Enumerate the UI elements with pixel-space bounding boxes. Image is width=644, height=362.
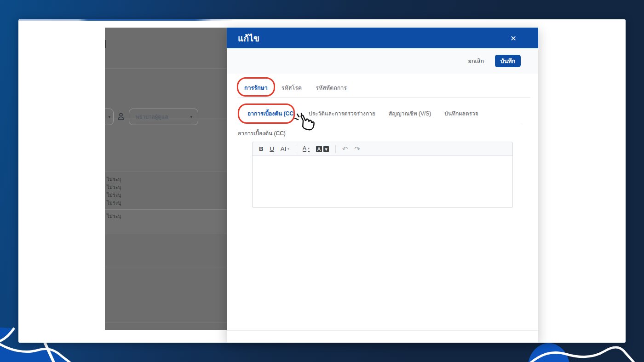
redo-icon[interactable]: ↷ xyxy=(352,144,362,154)
undo-icon[interactable]: ↶ xyxy=(340,144,350,154)
app-window-card: ▾ พยาบาลผู้ดูแล ▾ ไม่ระบุ ไม่ระบุ ไม่ระบ… xyxy=(18,19,626,343)
nurse-person-icon xyxy=(117,112,125,121)
bold-button[interactable]: B xyxy=(257,144,265,153)
rich-text-editor: B U AI▾ A▾ A▾ ↶ ↷ xyxy=(252,142,513,208)
annotation-cc-subtab xyxy=(238,103,295,124)
detail-value: ไม่ระบุ xyxy=(107,176,121,184)
subtab-history-exam[interactable]: ประวัติและการตรวจร่างกาย xyxy=(309,109,375,118)
modal-tabs: การรักษา รหัสโรค รหัสหัตถการ xyxy=(238,78,530,98)
wave-line-bottom-left xyxy=(0,343,70,362)
chevron-down-icon: ▾ xyxy=(108,115,110,119)
chevron-down-icon: ▾ xyxy=(288,147,289,151)
blob-bottom-left xyxy=(0,346,69,362)
font-size-button[interactable]: AI▾ xyxy=(279,144,291,153)
modal-header: แก้ไข × xyxy=(227,28,538,48)
nurse-select-placeholder: พยาบาลผู้ดูแล xyxy=(136,113,168,121)
modal-footer-divider xyxy=(227,330,538,331)
detail-value: ไม่ระบุ xyxy=(107,199,121,207)
cc-field-label: อาการเบื้องต้น (CC) xyxy=(238,129,286,138)
card-top-accent xyxy=(18,19,235,21)
close-icon[interactable]: × xyxy=(511,34,516,43)
subtab-lab-results[interactable]: บันทึกผลตรวจ xyxy=(444,109,478,118)
cc-editor-input[interactable] xyxy=(253,156,512,208)
save-button[interactable]: บันทึก xyxy=(495,55,521,67)
detail-value: ไม่ระบุ xyxy=(107,191,121,199)
chevron-down-icon: ▾ xyxy=(190,115,192,119)
tab-disease-code[interactable]: รหัสโรค xyxy=(282,83,302,92)
toolbar-divider xyxy=(296,145,296,153)
chevron-down-icon: ▾ xyxy=(323,146,329,152)
wave-line-left-edge xyxy=(0,328,14,342)
tab-procedure-code[interactable]: รหัสหัตถการ xyxy=(316,83,347,92)
underline-button[interactable]: U xyxy=(268,144,276,153)
cut-text-fragment xyxy=(105,40,106,48)
diagonal-line xyxy=(45,342,54,362)
partial-select: ▾ xyxy=(105,109,114,125)
blob-left-edge xyxy=(0,328,14,340)
blob-bottom-right xyxy=(528,343,570,362)
modal-title: แก้ไข xyxy=(238,31,259,45)
cancel-button[interactable]: ยกเลิก xyxy=(468,57,484,66)
text-color-button[interactable]: A▾ xyxy=(301,144,311,153)
annotation-treatment-tab xyxy=(237,77,275,97)
highlight-color-button[interactable]: A▾ xyxy=(314,145,331,153)
toolbar-divider xyxy=(335,145,336,153)
chevron-down-icon: ▾ xyxy=(308,145,310,152)
editor-toolbar: B U AI▾ A▾ A▾ ↶ ↷ xyxy=(253,142,512,156)
detail-value: ไม่ระบุ xyxy=(107,184,121,191)
detail-value: ไม่ระบุ xyxy=(107,213,121,220)
modal-action-bar: ยกเลิก บันทึก xyxy=(227,48,538,74)
click-cursor-icon xyxy=(293,113,315,133)
dimmed-background-page: ▾ พยาบาลผู้ดูแล ▾ ไม่ระบุ ไม่ระบุ ไม่ระบ… xyxy=(105,28,227,330)
subtab-vital-signs[interactable]: สัญญาณชีพ (V/S) xyxy=(389,109,431,118)
record-detail-values: ไม่ระบุ ไม่ระบุ ไม่ระบุ ไม่ระบุ ไม่ระบุ xyxy=(107,176,121,220)
edit-modal: แก้ไข × ยกเลิก บันทึก การรักษา รหัสโรค ร… xyxy=(227,28,538,343)
wave-line-bottom-right xyxy=(528,347,635,362)
nurse-select: พยาบาลผู้ดูแล ▾ xyxy=(129,109,198,125)
